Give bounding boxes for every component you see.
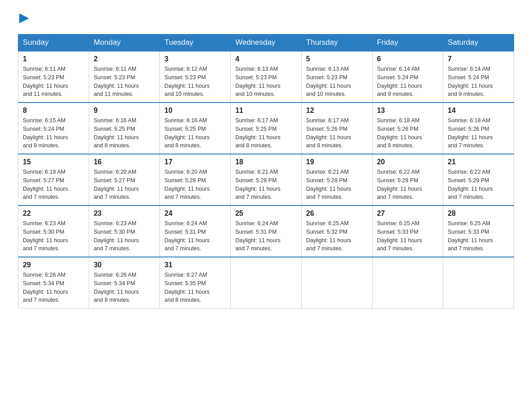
day-info: Sunrise: 6:25 AMSunset: 5:33 PMDaylight:… [377, 219, 438, 253]
day-number: 20 [377, 158, 438, 166]
calendar-cell [301, 257, 372, 308]
day-number: 26 [306, 210, 368, 218]
daylight-minutes-text: and 10 minutes. [235, 90, 296, 98]
sunrise-text: Sunrise: 6:22 AM [448, 168, 509, 176]
sunset-text: Sunset: 5:29 PM [448, 176, 509, 185]
day-info: Sunrise: 6:20 AMSunset: 5:27 PMDaylight:… [94, 168, 155, 201]
daylight-minutes-text: and 8 minutes. [164, 296, 226, 304]
sunrise-text: Sunrise: 6:13 AM [235, 65, 296, 73]
daylight-text: Daylight: 11 hours [235, 236, 296, 245]
sunrise-text: Sunrise: 6:20 AM [94, 168, 155, 176]
daylight-minutes-text: and 7 minutes. [377, 244, 438, 253]
day-info: Sunrise: 6:17 AMSunset: 5:25 PMDaylight:… [235, 116, 296, 150]
sunset-text: Sunset: 5:25 PM [235, 125, 296, 133]
daylight-text: Daylight: 11 hours [377, 133, 438, 142]
calendar-cell: 21Sunrise: 6:22 AMSunset: 5:29 PMDayligh… [443, 154, 514, 206]
day-info: Sunrise: 6:11 AMSunset: 5:23 PMDaylight:… [94, 65, 155, 98]
sunset-text: Sunset: 5:30 PM [23, 228, 84, 236]
day-info: Sunrise: 6:19 AMSunset: 5:27 PMDaylight:… [23, 168, 84, 201]
sunset-text: Sunset: 5:23 PM [23, 73, 84, 82]
sunrise-text: Sunrise: 6:25 AM [306, 219, 368, 228]
day-info: Sunrise: 6:23 AMSunset: 5:30 PMDaylight:… [23, 219, 84, 253]
daylight-minutes-text: and 11 minutes. [94, 90, 155, 98]
page-header [18, 13, 514, 25]
sunrise-text: Sunrise: 6:23 AM [23, 219, 84, 228]
sunset-text: Sunset: 5:24 PM [23, 125, 84, 133]
calendar-cell: 15Sunrise: 6:19 AMSunset: 5:27 PMDayligh… [18, 154, 89, 206]
sunrise-text: Sunrise: 6:15 AM [23, 116, 84, 125]
calendar-cell: 6Sunrise: 6:14 AMSunset: 5:24 PMDaylight… [372, 51, 443, 103]
daylight-text: Daylight: 11 hours [306, 185, 368, 193]
day-number: 5 [306, 55, 368, 63]
calendar-week-row: 22Sunrise: 6:23 AMSunset: 5:30 PMDayligh… [18, 206, 514, 257]
day-info: Sunrise: 6:24 AMSunset: 5:31 PMDaylight:… [235, 219, 296, 253]
sunrise-text: Sunrise: 6:11 AM [94, 65, 155, 73]
sunrise-text: Sunrise: 6:18 AM [377, 116, 438, 125]
calendar-cell: 27Sunrise: 6:25 AMSunset: 5:33 PMDayligh… [372, 206, 443, 257]
logo [18, 13, 29, 25]
sunset-text: Sunset: 5:28 PM [306, 176, 368, 185]
daylight-minutes-text: and 10 minutes. [306, 90, 368, 98]
sunrise-text: Sunrise: 6:25 AM [377, 219, 438, 228]
weekday-header-tuesday: Tuesday [160, 34, 231, 51]
sunrise-text: Sunrise: 6:16 AM [94, 116, 155, 125]
daylight-text: Daylight: 11 hours [306, 236, 368, 245]
weekday-header-sunday: Sunday [18, 34, 89, 51]
daylight-minutes-text: and 7 minutes. [448, 141, 509, 150]
sunrise-text: Sunrise: 6:26 AM [23, 271, 84, 279]
sunset-text: Sunset: 5:26 PM [377, 125, 438, 133]
calendar-cell: 7Sunrise: 6:14 AMSunset: 5:24 PMDaylight… [443, 51, 514, 103]
calendar-cell: 1Sunrise: 6:11 AMSunset: 5:23 PMDaylight… [18, 51, 89, 103]
sunset-text: Sunset: 5:25 PM [164, 125, 226, 133]
day-info: Sunrise: 6:27 AMSunset: 5:35 PMDaylight:… [164, 271, 226, 304]
day-number: 8 [23, 107, 84, 115]
day-number: 3 [164, 55, 226, 63]
sunset-text: Sunset: 5:24 PM [377, 73, 438, 82]
daylight-text: Daylight: 11 hours [23, 82, 84, 90]
daylight-text: Daylight: 11 hours [235, 133, 296, 142]
calendar-cell: 9Sunrise: 6:16 AMSunset: 5:25 PMDaylight… [89, 103, 160, 154]
day-number: 12 [306, 107, 368, 115]
calendar-week-row: 15Sunrise: 6:19 AMSunset: 5:27 PMDayligh… [18, 154, 514, 206]
sunrise-text: Sunrise: 6:20 AM [164, 168, 226, 176]
daylight-text: Daylight: 11 hours [23, 236, 84, 245]
calendar-cell: 28Sunrise: 6:25 AMSunset: 5:33 PMDayligh… [443, 206, 514, 257]
day-number: 18 [235, 158, 296, 166]
day-number: 24 [164, 210, 226, 218]
daylight-text: Daylight: 11 hours [235, 185, 296, 193]
sunset-text: Sunset: 5:31 PM [164, 228, 226, 236]
day-number: 9 [94, 107, 155, 115]
daylight-text: Daylight: 11 hours [94, 236, 155, 245]
sunset-text: Sunset: 5:26 PM [306, 125, 368, 133]
daylight-text: Daylight: 11 hours [164, 133, 226, 142]
sunset-text: Sunset: 5:30 PM [94, 228, 155, 236]
weekday-header-friday: Friday [372, 34, 443, 51]
daylight-minutes-text: and 8 minutes. [306, 141, 368, 150]
day-info: Sunrise: 6:18 AMSunset: 5:26 PMDaylight:… [448, 116, 509, 150]
daylight-text: Daylight: 11 hours [306, 133, 368, 142]
weekday-header-wednesday: Wednesday [231, 34, 301, 51]
calendar-cell: 22Sunrise: 6:23 AMSunset: 5:30 PMDayligh… [18, 206, 89, 257]
daylight-minutes-text: and 9 minutes. [23, 141, 84, 150]
sunset-text: Sunset: 5:27 PM [23, 176, 84, 185]
daylight-minutes-text: and 9 minutes. [377, 90, 438, 98]
calendar-week-row: 1Sunrise: 6:11 AMSunset: 5:23 PMDaylight… [18, 51, 514, 103]
day-info: Sunrise: 6:26 AMSunset: 5:34 PMDaylight:… [94, 271, 155, 304]
sunrise-text: Sunrise: 6:19 AM [23, 168, 84, 176]
daylight-minutes-text: and 7 minutes. [94, 193, 155, 201]
sunset-text: Sunset: 5:23 PM [235, 73, 296, 82]
sunrise-text: Sunrise: 6:24 AM [235, 219, 296, 228]
sunset-text: Sunset: 5:33 PM [377, 228, 438, 236]
calendar-cell: 30Sunrise: 6:26 AMSunset: 5:34 PMDayligh… [89, 257, 160, 308]
day-info: Sunrise: 6:23 AMSunset: 5:30 PMDaylight:… [94, 219, 155, 253]
day-number: 11 [235, 107, 296, 115]
daylight-minutes-text: and 10 minutes. [164, 90, 226, 98]
logo-arrow-icon [19, 13, 29, 23]
sunset-text: Sunset: 5:25 PM [94, 125, 155, 133]
daylight-text: Daylight: 11 hours [164, 82, 226, 90]
daylight-minutes-text: and 7 minutes. [448, 244, 509, 253]
sunrise-text: Sunrise: 6:14 AM [448, 65, 509, 73]
weekday-header-row: SundayMondayTuesdayWednesdayThursdayFrid… [18, 34, 514, 51]
day-number: 28 [448, 210, 509, 218]
daylight-minutes-text: and 7 minutes. [235, 193, 296, 201]
